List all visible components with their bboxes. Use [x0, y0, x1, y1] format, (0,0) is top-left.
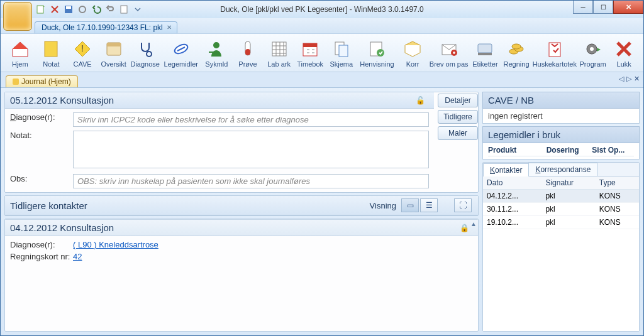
- notat-label: Notat:: [10, 131, 73, 140]
- journal-tab-label: Journal (Hjem): [21, 77, 71, 86]
- title-bar: Duck, Ole [pkl/pkl ved PK Legesenter] - …: [1, 1, 643, 18]
- ribbon-hjem[interactable]: Hjem: [4, 36, 36, 69]
- svg-rect-14: [245, 49, 250, 55]
- detaljer-button[interactable]: Detaljer: [438, 94, 478, 107]
- notat-textarea[interactable]: [73, 131, 429, 168]
- ribbon-program[interactable]: Program: [577, 36, 609, 69]
- tidligere-kontakter-header: Tidligere kontakter Visning ▭ ☰ ⛶: [5, 196, 478, 215]
- qat-new-icon[interactable]: [36, 4, 46, 14]
- svg-rect-5: [45, 41, 57, 57]
- ribbon-legemidler[interactable]: Legemidler: [161, 36, 201, 69]
- prev-diag-link[interactable]: ( L90 ) Kneleddsartrose: [73, 240, 158, 249]
- svg-point-3: [79, 6, 86, 13]
- tidligere-button[interactable]: Tidligere: [438, 110, 478, 124]
- svg-point-28: [512, 44, 521, 49]
- ribbon-notat[interactable]: Notat: [36, 36, 67, 69]
- diagnose-input[interactable]: [73, 112, 429, 127]
- app-menu-orb[interactable]: [3, 2, 32, 31]
- col-type[interactable]: Type: [596, 176, 639, 190]
- journal-tab[interactable]: Journal (Hjem): [6, 75, 78, 87]
- svg-rect-2: [66, 6, 71, 9]
- table-row[interactable]: 04.12.2... pkl KONS: [483, 190, 639, 203]
- ribbon-henvisning[interactable]: Henvisning: [357, 36, 397, 69]
- patient-tab-close-icon[interactable]: ✕: [167, 24, 174, 31]
- ribbon-huskekartotek[interactable]: Huskekartotek: [532, 36, 577, 69]
- right-column: CAVE / NB ingen registrert Legemidler i …: [482, 92, 640, 332]
- legemidler-panel: Legemidler i bruk Produkt Dosering Sist …: [482, 126, 640, 160]
- tab-nav-close-icon[interactable]: ✕: [634, 75, 640, 83]
- table-row[interactable]: 30.11.2... pkl KONS: [483, 203, 639, 216]
- ribbon-labark[interactable]: Lab ark: [264, 36, 295, 69]
- qat-repeat-icon[interactable]: [105, 4, 115, 14]
- svg-rect-25: [478, 53, 492, 55]
- table-row[interactable]: 19.10.2... pkl KONS: [483, 216, 639, 229]
- obs-input[interactable]: [73, 174, 429, 188]
- prev-regn-label: Regningskort nr:: [10, 252, 73, 261]
- window-buttons: ─ ☐ ✕: [573, 1, 643, 14]
- journal-tab-icon: [13, 79, 19, 85]
- ribbon-regning[interactable]: Regning: [501, 36, 532, 69]
- svg-point-31: [590, 47, 594, 51]
- tab-kontakter[interactable]: Kontakter: [483, 163, 529, 176]
- col-dato[interactable]: Dato: [483, 176, 541, 190]
- minimize-button[interactable]: ─: [573, 1, 593, 14]
- qat-undo-icon[interactable]: [91, 4, 101, 14]
- col-sistop: Sist Op...: [592, 146, 634, 154]
- svg-rect-4: [121, 6, 127, 13]
- col-dosering: Dosering: [547, 146, 589, 154]
- obs-label: Obs:: [10, 174, 73, 183]
- view-card-icon[interactable]: ▭: [401, 198, 419, 212]
- svg-rect-19: [339, 45, 348, 57]
- unlock-icon[interactable]: 🔓: [416, 96, 425, 105]
- col-produkt: Produkt: [488, 146, 543, 154]
- view-list-icon[interactable]: ☰: [420, 198, 438, 212]
- qat-delete-icon[interactable]: [50, 4, 60, 14]
- ribbon-brevompas[interactable]: Brev om pas: [428, 36, 470, 69]
- ribbon-etiketter[interactable]: Etiketter: [470, 36, 501, 69]
- diagnose-label: Diagnose(r):: [10, 112, 73, 122]
- ribbon-prove[interactable]: Prøve: [232, 36, 264, 69]
- svg-point-9: [147, 51, 152, 57]
- svg-rect-17: [303, 43, 317, 47]
- tab-nav-next-icon[interactable]: ▷: [626, 75, 631, 83]
- qat-dropdown-icon[interactable]: [133, 4, 143, 14]
- ribbon-sykmld[interactable]: Sykmld: [201, 36, 233, 69]
- ribbon-timebok[interactable]: Timebok: [294, 36, 326, 69]
- patient-tab[interactable]: Duck, Ole 17.10.1990-12343 FL: pkl ✕: [35, 21, 177, 33]
- ribbon-oversikt[interactable]: Oversikt: [98, 36, 130, 69]
- contacts-panel: Kontakter Korrespondanse Dato Signatur T…: [482, 162, 640, 332]
- fullscreen-icon[interactable]: ⛶: [454, 198, 472, 212]
- qat-save-icon[interactable]: [64, 4, 74, 14]
- ribbon-cave[interactable]: !CAVE: [67, 36, 98, 69]
- main-content: 05.12.2012 Konsultasjon 🔓 Diagnose(r): N…: [1, 88, 643, 335]
- cave-header: CAVE / NB: [482, 92, 640, 109]
- tab-korrespondanse[interactable]: Korrespondanse: [528, 163, 597, 176]
- ribbon-diagnose[interactable]: Diagnose: [129, 36, 160, 69]
- qat-dot-icon[interactable]: [77, 4, 87, 14]
- current-consultation-header: 05.12.2012 Konsultasjon 🔓: [5, 92, 434, 109]
- prev-regn-link[interactable]: 42: [73, 252, 82, 261]
- cave-body: ingen registrert: [482, 109, 640, 124]
- col-signatur[interactable]: Signatur: [541, 176, 595, 190]
- cave-panel: CAVE / NB ingen registrert: [482, 92, 640, 124]
- svg-point-11: [213, 42, 219, 48]
- close-button[interactable]: ✕: [613, 1, 643, 14]
- ribbon-skjema[interactable]: Skjema: [326, 36, 357, 69]
- svg-rect-24: [478, 44, 492, 53]
- window-title: Duck, Ole [pkl/pkl ved PK Legesenter] - …: [220, 5, 424, 14]
- lock-icon: 🔒: [460, 224, 469, 232]
- contacts-table: Dato Signatur Type 04.12.2... pkl KONS: [483, 176, 639, 229]
- ribbon-lukk[interactable]: Lukk: [608, 36, 640, 69]
- prev-diag-label: Diagnose(r):: [10, 240, 73, 249]
- contacts-tabs: Kontakter Korrespondanse: [483, 163, 639, 176]
- tab-nav-prev-icon[interactable]: ◁: [619, 75, 624, 83]
- ribbon-korr[interactable]: Korr: [397, 36, 428, 69]
- qat-sheet-icon[interactable]: [119, 4, 129, 14]
- patient-tab-strip: Duck, Ole 17.10.1990-12343 FL: pkl ✕: [1, 18, 643, 34]
- svg-rect-29: [549, 43, 560, 57]
- scroll-up-icon[interactable]: ▲: [470, 220, 477, 227]
- current-consultation-body: Diagnose(r): Notat: Obs:: [5, 109, 434, 192]
- maximize-button[interactable]: ☐: [593, 1, 613, 14]
- ribbon-toolbar: Hjem Notat !CAVE Oversikt Diagnose Legem…: [1, 34, 643, 72]
- maler-button[interactable]: Maler: [438, 126, 478, 140]
